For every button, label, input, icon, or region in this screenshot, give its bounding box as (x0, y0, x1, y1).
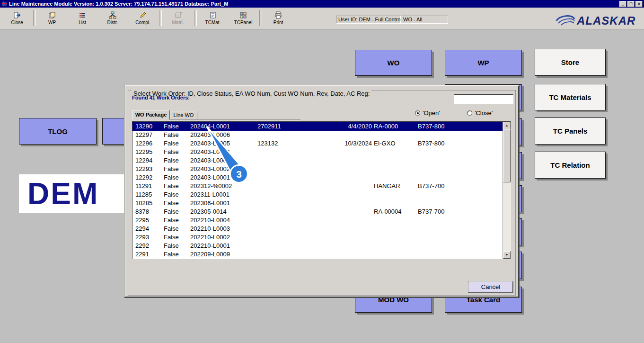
table-row[interactable]: 8378 False 202305-0014 RA-00004 B737-700 (132, 208, 503, 216)
cell-date: 4/4/2020 (331, 123, 372, 130)
tc-panel-icon (239, 11, 247, 19)
distr-button[interactable]: Distr. (97, 9, 128, 27)
pencil-icon (139, 11, 147, 19)
printer-icon (274, 11, 282, 19)
cell-close-status: False (164, 199, 179, 207)
cell-ac-type: B737-800 (418, 140, 444, 147)
table-row[interactable]: 2293 False 202210-L0002 (132, 233, 503, 242)
cell-ac-reg: HANGAR (374, 182, 400, 190)
cell-id: 12293 (135, 165, 152, 172)
close-window-icon[interactable]: × (635, 1, 643, 7)
wo-button[interactable]: WO (355, 50, 432, 76)
tab-line-wo[interactable]: Line WO (170, 111, 197, 120)
app-icon (1, 1, 7, 7)
table-row[interactable]: 2291 False 202209-L0009 (132, 250, 503, 259)
tab-wo-package[interactable]: WO Package (132, 110, 170, 120)
cell-close-status: False (164, 140, 179, 147)
workpackage-icon (48, 11, 56, 19)
cell-ea-wo-num: 202306-L0001 (190, 199, 230, 207)
scroll-up-icon[interactable]: ▲ (503, 122, 511, 129)
cell-ac-type: B737-700 (418, 208, 444, 215)
toolbar-separator (33, 10, 36, 26)
table-row[interactable]: 12293 False 202403-L0002 (132, 165, 503, 173)
compl-button[interactable]: Compl. (128, 9, 158, 27)
minimize-icon[interactable]: _ (619, 1, 626, 7)
cell-id: 12295 (135, 148, 152, 155)
table-row[interactable]: 12295 False 202403-L0004 (132, 148, 503, 156)
cell-ac-reg: RA-00004 (374, 208, 402, 215)
cell-ea-wo-num: 202403-L0002 (190, 165, 230, 172)
cell-ea-wo-num: 202210-L0001 (190, 242, 230, 249)
cell-id: 2293 (135, 234, 149, 241)
table-row[interactable]: 12292 False 202403-L0001 (132, 173, 503, 182)
cell-close-status: False (164, 174, 179, 181)
user-id-field: User ID: DEM - Full Control (336, 16, 401, 24)
cell-close-status: False (164, 148, 179, 155)
store-button[interactable]: Store (535, 49, 606, 76)
radio-open-dot (415, 110, 420, 116)
wp-button[interactable]: WP (37, 9, 67, 27)
cell-close-status: False (164, 251, 179, 258)
tlog-button[interactable]: TLOG (19, 118, 97, 144)
wp-main-button[interactable]: WP (445, 50, 522, 76)
scrollbar-thumb[interactable] (503, 129, 511, 182)
distribution-icon (109, 11, 116, 19)
table-row[interactable]: 2292 False 202210-L0001 (132, 242, 503, 250)
tc-relation-button[interactable]: TC Relation (535, 152, 606, 179)
cell-id: 2294 (135, 225, 149, 232)
cell-ac-reg: RA-0000 (374, 123, 398, 130)
tc-materials-button[interactable]: TC Materials (535, 84, 606, 110)
cell-ea-wo-num: 202305-0014 (190, 208, 227, 215)
cell-cust-wo-num: 123132 (257, 140, 278, 147)
cell-id: 12296 (135, 140, 152, 147)
scroll-down-icon[interactable]: ▼ (503, 251, 511, 259)
cell-ea-wo-num: 202210-L0002 (190, 234, 230, 241)
cell-id: 11285 (135, 191, 152, 198)
cell-id: 12294 (135, 157, 152, 164)
table-row[interactable]: 2294 False 202210-L0003 (132, 225, 503, 233)
cancel-button[interactable]: Cancel (468, 281, 513, 292)
materials-icon (174, 11, 182, 19)
radio-close[interactable]: 'Close' (467, 109, 493, 117)
table-row[interactable]: 12294 False 202403-L0003 (132, 156, 503, 165)
cell-date: 10/3/2024 (331, 140, 372, 147)
wo-list: 13290 False 202404-L0001 2702911 4/4/202… (132, 122, 503, 259)
radio-close-dot (467, 110, 472, 116)
cell-ea-wo-num: 202312-%0002 (190, 182, 232, 190)
cell-close-status: False (164, 165, 179, 172)
cell-id: 13290 (135, 123, 152, 130)
list-icon (79, 11, 86, 19)
tcmat-button[interactable]: TCMat. (198, 9, 228, 27)
table-row[interactable]: 10285 False 202306-L0001 (132, 199, 503, 208)
tc-panels-button[interactable]: TC Panels (535, 117, 606, 144)
cell-ea-wo-num: 202403-L0006 (190, 131, 230, 138)
cell-ea-wo-num: 202403-L0005 (190, 140, 230, 147)
toolbar: Close WP List Distr. Compl. Matrl. TCMat… (0, 8, 644, 29)
dem-banner: DEM (19, 174, 126, 213)
cell-ac-reg: EI-GXO (374, 140, 396, 147)
brand-text: ALASKAR (576, 14, 635, 27)
search-input[interactable] (454, 94, 513, 104)
vertical-scrollbar[interactable]: ▲ ▼ (503, 122, 511, 259)
list-button[interactable]: List (67, 9, 97, 27)
table-row[interactable]: 12297 False 202403-L0006 (132, 131, 503, 139)
tcpanel-button[interactable]: TCPanel (228, 9, 258, 27)
cell-ea-wo-num: 202403-L0004 (190, 148, 230, 155)
table-row[interactable]: 12296 False 202403-L0005 123132 10/3/202… (132, 139, 503, 148)
table-row[interactable]: 13290 False 202404-L0001 2702911 4/4/202… (132, 122, 503, 131)
cell-close-status: False (164, 131, 179, 138)
work-order-list[interactable]: 13290 False 202404-L0001 2702911 4/4/202… (132, 121, 511, 259)
cell-ea-wo-num: 202311-L0001 (190, 191, 229, 198)
radio-open[interactable]: 'Open' (415, 109, 440, 117)
table-row[interactable]: 11291 False 202312-%0002 HANGAR B737-700 (132, 182, 503, 190)
cell-id: 2295 (135, 217, 149, 224)
table-row[interactable]: 2295 False 202210-L0004 (132, 216, 503, 225)
print-button[interactable]: Print (263, 9, 293, 27)
close-button[interactable]: Close (2, 9, 32, 27)
restore-icon[interactable]: □ (627, 1, 635, 7)
dem-label: DEM (27, 176, 99, 211)
table-row[interactable]: 11285 False 202311-L0001 (132, 190, 503, 199)
alaskar-logo: ALASKAR (555, 10, 642, 30)
window-titlebar: Line Maintenance Module Version: 1.0.302… (0, 0, 644, 8)
cell-close-status: False (164, 234, 179, 241)
